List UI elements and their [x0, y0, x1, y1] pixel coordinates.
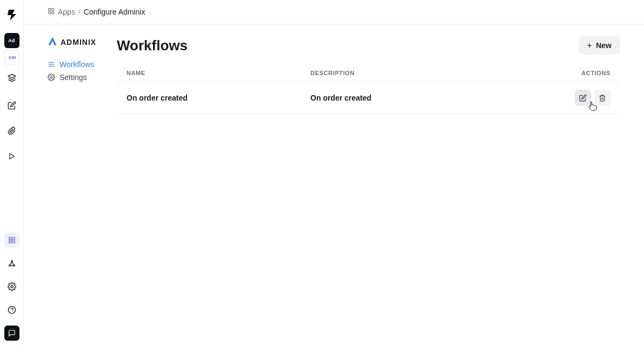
svg-point-19	[50, 76, 52, 78]
row-actions	[540, 90, 610, 106]
app-brand: ADMINIX	[48, 36, 112, 48]
column-header-name: NAME	[127, 70, 310, 76]
content-row: ADMINIX Workflows Settings Workflows +	[24, 24, 644, 126]
rail-item-edit[interactable]	[4, 98, 19, 113]
main-area: Apps / Configure Adminix ADMINIX Workflo…	[24, 0, 644, 345]
grid-icon	[8, 236, 16, 244]
app-brand-name: ADMINIX	[61, 38, 96, 47]
page-header: Workflows + New	[117, 36, 620, 55]
sidebar-item-settings[interactable]: Settings	[48, 71, 112, 84]
svg-rect-14	[52, 12, 54, 14]
app-rail: Ad -СM	[0, 0, 24, 345]
svg-point-9	[11, 286, 13, 288]
content-sidebar: ADMINIX Workflows Settings	[48, 36, 112, 114]
gear-icon	[8, 282, 16, 291]
layers-icon	[8, 74, 16, 82]
breadcrumb-separator: /	[78, 8, 81, 16]
rail-item-play[interactable]	[4, 149, 19, 164]
trash-icon	[599, 94, 606, 102]
svg-rect-3	[12, 237, 15, 240]
delete-button[interactable]	[594, 90, 610, 106]
rail-badge-ad-label: Ad	[8, 38, 15, 43]
rail-badge-ad[interactable]: Ad	[4, 33, 19, 48]
app-logo[interactable]	[4, 8, 19, 23]
row-name: On order created	[127, 94, 310, 102]
table-row: On order created On order created	[117, 82, 620, 114]
webhook-icon	[8, 259, 16, 268]
row-description: On order created	[310, 94, 540, 102]
rail-item-help[interactable]	[4, 302, 19, 317]
breadcrumb-grid-icon	[48, 8, 55, 16]
svg-point-7	[13, 265, 15, 267]
paperclip-icon	[8, 127, 16, 135]
help-icon	[8, 306, 16, 314]
svg-point-6	[9, 265, 10, 267]
adminix-logo-icon	[48, 36, 57, 48]
svg-marker-0	[8, 74, 15, 78]
chat-icon	[8, 329, 16, 337]
list-icon	[48, 61, 55, 68]
rail-item-attach[interactable]	[4, 123, 19, 138]
svg-rect-12	[49, 9, 51, 11]
svg-marker-1	[9, 154, 14, 160]
page-title: Workflows	[117, 37, 188, 54]
workflows-table: NAME DESCRIPTION ACTIONS On order create…	[117, 64, 620, 114]
svg-rect-4	[12, 241, 15, 243]
pencil-square-icon	[8, 101, 16, 110]
gear-icon	[48, 74, 55, 81]
column-header-description: DESCRIPTION	[310, 70, 540, 76]
sidebar-item-settings-label: Settings	[59, 73, 87, 82]
rail-item-settings[interactable]	[4, 279, 19, 294]
rail-item-apps[interactable]	[4, 233, 19, 248]
plus-icon: +	[587, 42, 592, 49]
svg-point-8	[11, 261, 12, 262]
rail-item-chat[interactable]	[4, 326, 19, 341]
rail-item-layers[interactable]	[4, 70, 19, 85]
new-button[interactable]: + New	[579, 36, 620, 55]
svg-rect-13	[52, 9, 54, 11]
rail-item-webhooks[interactable]	[4, 256, 19, 271]
column-header-actions: ACTIONS	[540, 70, 610, 76]
logo-icon	[6, 9, 17, 22]
breadcrumb: Apps / Configure Adminix	[24, 0, 644, 24]
breadcrumb-apps-link[interactable]: Apps	[58, 8, 75, 16]
svg-rect-15	[49, 12, 51, 14]
sidebar-item-workflows[interactable]: Workflows	[48, 58, 112, 71]
play-icon	[8, 152, 16, 160]
new-button-label: New	[596, 41, 612, 50]
content-main: Workflows + New NAME DESCRIPTION ACTIONS…	[117, 36, 620, 114]
breadcrumb-current: Configure Adminix	[84, 8, 145, 16]
svg-rect-5	[9, 241, 11, 243]
edit-button[interactable]	[575, 90, 591, 106]
svg-rect-2	[9, 237, 11, 240]
rail-badge-cm[interactable]: -СM	[4, 50, 19, 65]
edit-icon	[579, 94, 587, 102]
rail-badge-cm-label: -СM	[8, 55, 16, 60]
sidebar-item-workflows-label: Workflows	[59, 60, 94, 69]
table-header: NAME DESCRIPTION ACTIONS	[117, 64, 620, 82]
